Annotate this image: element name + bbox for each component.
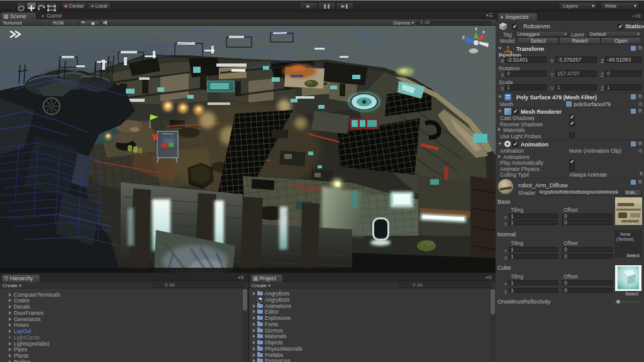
svg-text:Z: Z bbox=[462, 35, 465, 40]
svg-text:X: X bbox=[482, 30, 485, 34]
svg-text:Y: Y bbox=[475, 27, 478, 31]
